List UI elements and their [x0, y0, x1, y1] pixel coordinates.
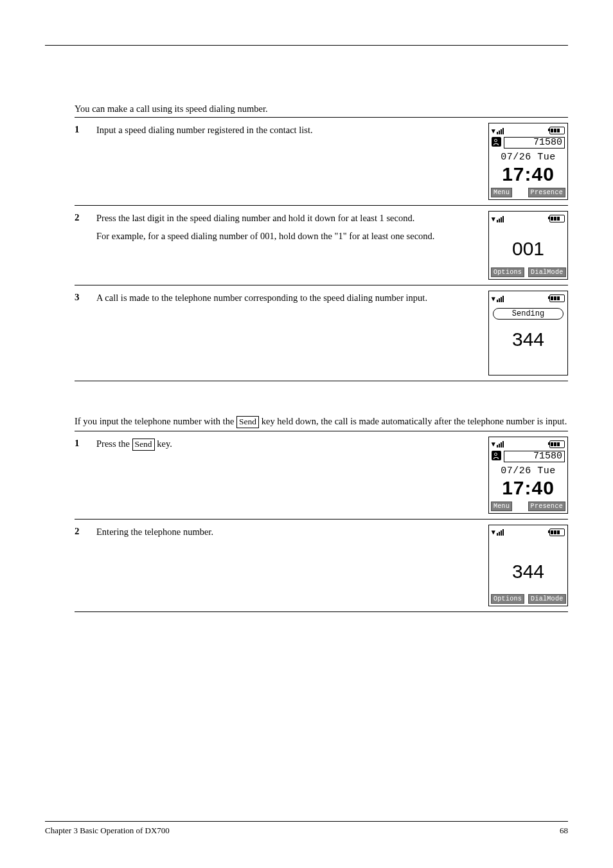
softkey-left: Menu — [491, 188, 512, 197]
clock-label: 17:40 — [489, 165, 567, 184]
battery-icon — [549, 440, 565, 448]
date-label: 07/26 Tue — [489, 152, 567, 163]
step-number: 1 — [75, 437, 96, 449]
extension-field: 71580 — [504, 451, 565, 462]
step-number: 1 — [75, 123, 96, 135]
battery-icon — [549, 294, 565, 302]
softkey-left: Options — [491, 594, 524, 604]
send-key: Send — [236, 416, 259, 428]
table-row: 3 A call is made to the telephone number… — [75, 285, 568, 381]
phone-screen: ▾ Sending 344 — [488, 291, 568, 375]
dial-number: 344 — [489, 330, 567, 349]
step-number: 2 — [75, 211, 96, 223]
step-number: 2 — [75, 525, 96, 537]
section1-intro: You can make a call using its speed dial… — [75, 104, 568, 114]
table-row: 1 Press the Send key. ▾ — [75, 431, 568, 519]
battery-icon — [549, 529, 565, 536]
signal-icon: ▾ — [492, 295, 504, 302]
step-number: 3 — [75, 291, 96, 303]
phone-screen: ▾ 71580 07/26 Tue 17:40 Menu — [488, 123, 568, 200]
step-text: Press the Send key. — [96, 437, 484, 456]
step-text: Input a speed dialing number registered … — [96, 123, 484, 142]
phone-screen: ▾ 344 Options DialMode — [488, 525, 568, 606]
section-speed-dial: You can make a call using its speed dial… — [45, 104, 568, 381]
dial-number: 001 — [489, 239, 567, 258]
softkey-right: DialMode — [528, 267, 565, 277]
table-row: 2 Entering the telephone number. ▾ — [75, 519, 568, 611]
phone-screen: ▾ 001 Options DialMode — [488, 211, 568, 280]
signal-icon: ▾ — [492, 215, 504, 222]
header-rule — [45, 45, 568, 46]
softkey-left: Options — [491, 267, 524, 277]
call-status: Sending — [493, 308, 564, 320]
signal-icon: ▾ — [492, 440, 504, 448]
footer-chapter: Chapter 3 Basic Operation of DX700 — [45, 826, 170, 836]
step-text: Entering the telephone number. — [96, 525, 484, 544]
page-footer: Chapter 3 Basic Operation of DX700 68 — [45, 826, 568, 836]
step-text: Press the last digit in the speed dialin… — [96, 211, 484, 248]
footer-rule — [45, 821, 568, 822]
softkey-right: Presence — [528, 502, 565, 511]
phonebook-icon — [492, 137, 501, 147]
phonebook-icon — [492, 451, 501, 460]
phone-screen: ▾ 71580 07/26 Tue 17:40 Menu — [488, 437, 568, 514]
section2-intro: If you input the telephone number with t… — [75, 416, 568, 428]
section2-steps: 1 Press the Send key. ▾ — [75, 431, 568, 612]
battery-icon — [549, 127, 565, 134]
table-row: 1 Input a speed dialing number registere… — [75, 118, 568, 205]
signal-icon: ▾ — [492, 127, 504, 134]
send-key: Send — [132, 439, 155, 451]
date-label: 07/26 Tue — [489, 466, 567, 476]
section-send-key: If you input the telephone number with t… — [45, 416, 568, 612]
step-text: A call is made to the telephone number c… — [96, 291, 484, 310]
softkey-right: Presence — [528, 188, 565, 197]
dial-number: 344 — [489, 562, 567, 581]
clock-label: 17:40 — [489, 478, 567, 498]
softkey-right: DialMode — [528, 594, 565, 604]
signal-icon: ▾ — [492, 529, 504, 536]
section1-steps: 1 Input a speed dialing number registere… — [75, 117, 568, 381]
table-row: 2 Press the last digit in the speed dial… — [75, 205, 568, 285]
extension-field: 71580 — [504, 137, 565, 149]
battery-icon — [549, 215, 565, 222]
footer-page-number: 68 — [560, 826, 568, 836]
softkey-left: Menu — [491, 502, 512, 511]
